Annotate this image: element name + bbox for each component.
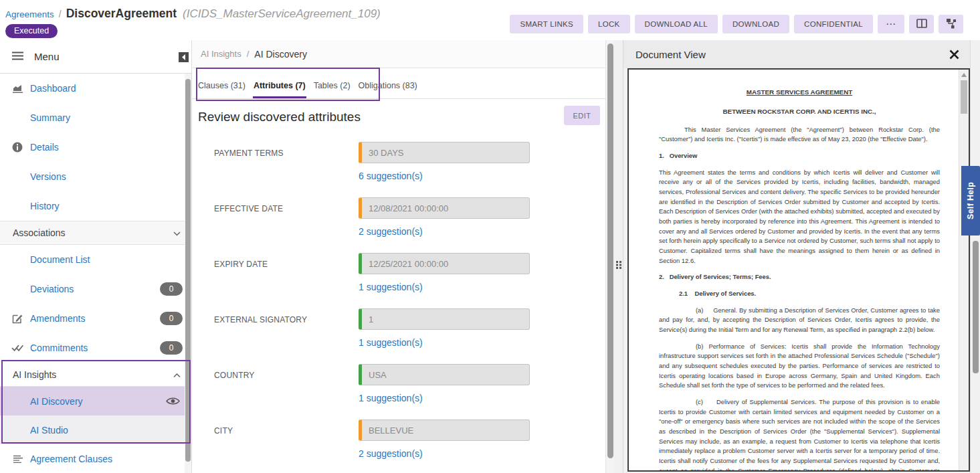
sidebar-item-ai-studio[interactable]: AI Studio [0, 415, 191, 444]
attribute-value-field[interactable]: 12/08/2021 00:00:00 [359, 197, 530, 219]
sidebar-item-label: Agreement Clauses [30, 454, 112, 464]
tab-obligations[interactable]: Obligations (83) [358, 81, 418, 98]
sidebar-item-ai-discovery[interactable]: AI Discovery [0, 387, 191, 415]
menu-icon[interactable] [12, 51, 23, 63]
attribute-value-field[interactable]: BELLEVUE [359, 419, 530, 441]
document-view-title: Document View [635, 49, 706, 60]
attribute-label: EXPIRY DATE [214, 253, 359, 269]
attribute-value-field[interactable]: 1 [359, 308, 530, 330]
columns-icon [916, 19, 927, 29]
attribute-row-city: CITY BELLEVUE 2 suggestion(s) [192, 419, 614, 460]
more-actions-button[interactable]: ⋯ [878, 15, 904, 33]
scroll-up-arrow-icon[interactable] [961, 73, 967, 77]
document-heading: 1. Overview [659, 151, 940, 161]
document-page: MASTER SERVICES AGREEMENT BETWEEN ROCKST… [627, 68, 970, 472]
panel-splitter[interactable] [614, 40, 623, 473]
section-heading: Review discovered attributes [198, 110, 361, 124]
status-badge: Executed [5, 24, 58, 38]
info-icon [11, 142, 24, 153]
document-paragraph: (c) Delivery of Supplemental Services. T… [659, 397, 940, 470]
self-help-tab[interactable]: Self Help [961, 166, 980, 235]
sidebar-item-agreement-clauses[interactable]: Agreement Clauses [0, 444, 191, 473]
hierarchy-view-button[interactable] [939, 15, 963, 33]
chevron-down-icon [173, 227, 181, 239]
close-icon[interactable] [949, 50, 959, 60]
sidebar-scrollbar[interactable] [185, 74, 191, 473]
document-heading: 2. Delivery of Services; Terms; Fees. [659, 272, 940, 282]
sidebar-item-amendments[interactable]: Amendments 0 [0, 304, 191, 333]
center-scrollbar-thumb[interactable] [607, 43, 613, 458]
sidebar-item-summary[interactable]: Summary [0, 103, 191, 132]
sidebar-item-label: AI Studio [30, 425, 68, 436]
double-check-icon [11, 344, 24, 352]
tab-clauses[interactable]: Clauses (31) [197, 81, 246, 98]
split-view-button[interactable] [909, 15, 934, 33]
document-title: MASTER SERVICES AGREEMENT [659, 87, 940, 97]
ai-discovery-panel: AI Insights / AI Discovery Clauses (31) … [192, 40, 614, 473]
attribute-label: EFFECTIVE DATE [214, 197, 359, 213]
suggestions-link[interactable]: 1 suggestion(s) [359, 337, 423, 348]
document-scrollbar[interactable] [959, 70, 969, 470]
attribute-row-country: COUNTRY USA 1 suggestion(s) [192, 364, 614, 404]
sidebar-item-label: History [30, 201, 60, 211]
lock-button[interactable]: LOCK [588, 15, 630, 33]
smart-links-button[interactable]: SMART LINKS [510, 15, 583, 33]
breadcrumb-separator: / [59, 9, 62, 19]
section-label: AI Insights [13, 369, 56, 380]
section-label: Associations [13, 227, 66, 238]
sidebar-item-dashboard[interactable]: Dashboard [0, 74, 191, 103]
sidebar-section-associations[interactable]: Associations [0, 221, 191, 245]
sidebar-section-ai-insights[interactable]: AI Insights [0, 363, 191, 387]
page-scrollbar[interactable] [970, 40, 980, 473]
attribute-row-payment-terms: PAYMENT TERMS 30 DAYS 6 suggestion(s) [192, 142, 614, 182]
attribute-value-field[interactable]: USA [359, 364, 530, 385]
download-button[interactable]: DOWNLOAD [722, 15, 789, 33]
document-view-header: Document View [623, 40, 970, 68]
attribute-value-field[interactable]: 30 DAYS [359, 142, 530, 163]
sidebar-item-versions[interactable]: Versions [0, 162, 191, 191]
suggestions-link[interactable]: 1 suggestion(s) [359, 282, 423, 292]
edit-pencil-icon [11, 313, 24, 324]
confidential-button[interactable]: CONFIDENTIAL [794, 15, 873, 33]
document-subtitle: BETWEEN ROCKSTAR CORP. AND ICERTIS INC., [659, 106, 940, 116]
sidebar-item-label: Summary [30, 112, 70, 123]
menu-title: Menu [34, 51, 60, 62]
attribute-value: 12/25/2021 00:00:00 [369, 259, 448, 269]
suggestions-link[interactable]: 1 suggestion(s) [359, 393, 423, 403]
tab-tables[interactable]: Tables (2) [313, 81, 351, 98]
suggestions-link[interactable]: 2 suggestion(s) [359, 226, 423, 237]
clauses-lines-icon [11, 455, 24, 464]
breadcrumb-ai-insights: AI Insights [201, 49, 241, 59]
sidebar-item-history[interactable]: History [0, 191, 191, 221]
sidebar-item-details[interactable]: Details [0, 132, 191, 162]
drag-grip-icon[interactable] [616, 260, 621, 272]
sidebar-item-label: Versions [30, 171, 66, 182]
edit-button[interactable]: EDIT [564, 106, 600, 125]
document-paragraph: This Agreement states the terms and cond… [659, 168, 940, 266]
page-scrollbar-thumb[interactable] [973, 241, 979, 373]
hierarchy-icon [946, 18, 957, 30]
document-paragraph: (a) General. By submitting a Description… [659, 306, 940, 335]
document-content: MASTER SERVICES AGREEMENT BETWEEN ROCKST… [629, 70, 969, 470]
count-badge: 0 [160, 312, 183, 325]
suggestions-link[interactable]: 2 suggestion(s) [359, 448, 423, 459]
page-title: DiscoverAgreement [66, 7, 177, 21]
sidebar-item-deviations[interactable]: Deviations 0 [0, 274, 191, 304]
center-scrollbar[interactable] [605, 40, 614, 473]
count-badge: 0 [160, 282, 183, 296]
download-all-button[interactable]: DOWNLOAD ALL [635, 15, 718, 33]
sidebar-item-document-list[interactable]: Document List [0, 245, 191, 274]
sidebar-item-commitments[interactable]: Commitments 0 [0, 333, 191, 363]
tab-bar: Clauses (31) Attributes (7) Tables (2) O… [192, 68, 614, 99]
breadcrumb: Agreements / DiscoverAgreement (ICIDS_Ma… [5, 7, 381, 21]
chevron-up-icon [173, 369, 181, 381]
sidebar-collapse-icon[interactable] [179, 52, 189, 62]
attribute-value-field[interactable]: 12/25/2021 00:00:00 [359, 253, 530, 274]
sidebar-scrollbar-thumb[interactable] [185, 79, 191, 462]
tab-attributes[interactable]: Attributes (7) [253, 81, 306, 98]
breadcrumb-agreements-link[interactable]: Agreements [5, 9, 54, 19]
document-scrollbar-thumb[interactable] [961, 80, 967, 114]
sidebar-item-label: Document List [30, 254, 90, 265]
suggestions-link[interactable]: 6 suggestion(s) [359, 171, 423, 181]
attribute-label: PAYMENT TERMS [214, 142, 359, 158]
